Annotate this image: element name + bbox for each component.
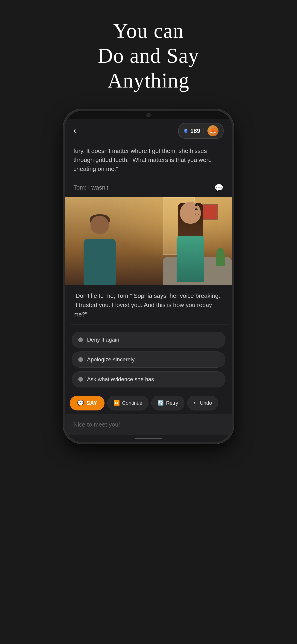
choice-apologize[interactable]: Apologize sincerely (72, 352, 226, 368)
phone-mockup: ‹ 189 | 🦊 (63, 109, 234, 444)
phone-frame: ‹ 189 | 🦊 (63, 109, 234, 444)
text-input-placeholder: Nice to meet you! (74, 421, 120, 428)
dialogue-speaker: Tom: (74, 184, 86, 191)
home-indicator (65, 435, 232, 442)
female-face (194, 203, 201, 217)
dialogue-text: Tom: I wasn't (74, 183, 108, 192)
female-head (180, 202, 201, 224)
action-bar: 💬 SAY ⏩ Continue 🔄 Retry ↩ Undo (65, 392, 232, 414)
male-body (84, 238, 116, 285)
continue-icon: ⏩ (114, 400, 120, 406)
undo-button[interactable]: ↩ Undo (187, 396, 218, 410)
male-head (90, 216, 109, 234)
gem-icon (183, 128, 188, 133)
phone-content: fury. It doesn't matter where I got them… (65, 141, 232, 435)
choice-label-2: Apologize sincerely (87, 356, 135, 363)
choice-label-3: Ask what evidence she has (87, 376, 154, 382)
gems-badge[interactable]: 189 | 🦊 (178, 123, 224, 139)
scene-image (65, 197, 232, 285)
chat-icon[interactable]: 💬 (214, 183, 224, 192)
avatar[interactable]: 🦊 (208, 125, 218, 136)
dialogue-section: Tom: I wasn't 💬 (65, 178, 232, 197)
say-label: SAY (86, 400, 97, 406)
text-input-area[interactable]: Nice to meet you! (65, 414, 232, 435)
choice-label-1: Deny it again (87, 336, 119, 343)
divider: | (203, 127, 205, 134)
choice-dot-3 (78, 377, 83, 382)
title-line1: You can (98, 18, 199, 43)
choice-dot-1 (78, 338, 83, 342)
say-icon: 💬 (77, 400, 84, 406)
dialogue-content: I wasn't (86, 184, 108, 191)
page-title: You can Do and Say Anything (98, 18, 199, 93)
choices-separator (70, 324, 227, 325)
choice-dot-2 (78, 357, 83, 362)
top-right-controls: 189 | 🦊 (178, 123, 224, 139)
camera (146, 113, 150, 117)
phone-notch (126, 111, 172, 119)
figure-female (168, 202, 214, 282)
continue-button[interactable]: ⏩ Continue (107, 396, 148, 410)
choice-deny[interactable]: Deny it again (72, 332, 226, 348)
female-eye-right (195, 208, 198, 210)
gems-count: 189 (190, 127, 200, 134)
story-text-top: fury. It doesn't matter where I got them… (65, 141, 232, 178)
title-line2: Do and Say (98, 43, 199, 68)
female-body (176, 236, 204, 282)
top-bar: ‹ 189 | 🦊 (65, 119, 232, 141)
retry-button[interactable]: 🔄 Retry (151, 396, 184, 410)
avatar-emoji: 🦊 (210, 128, 216, 134)
female-mouth (195, 213, 200, 215)
choice-evidence[interactable]: Ask what evidence she has (72, 371, 226, 388)
undo-icon: ↩ (194, 400, 198, 406)
continue-label: Continue (122, 400, 142, 406)
title-line3: Anything (98, 68, 199, 93)
home-bar (135, 438, 162, 439)
retry-icon: 🔄 (158, 400, 164, 406)
female-eye-left (195, 204, 198, 206)
retry-label: Retry (166, 400, 178, 406)
scene-figures (65, 197, 232, 285)
say-button[interactable]: 💬 SAY (70, 396, 104, 410)
figure-male (79, 211, 130, 285)
undo-label: Undo (200, 400, 212, 406)
story-text-bottom: "Don't lie to me, Tom," Sophia says, her… (65, 285, 232, 324)
choices-section: Deny it again Apologize sincerely Ask wh… (65, 329, 232, 392)
back-button[interactable]: ‹ (74, 126, 76, 136)
